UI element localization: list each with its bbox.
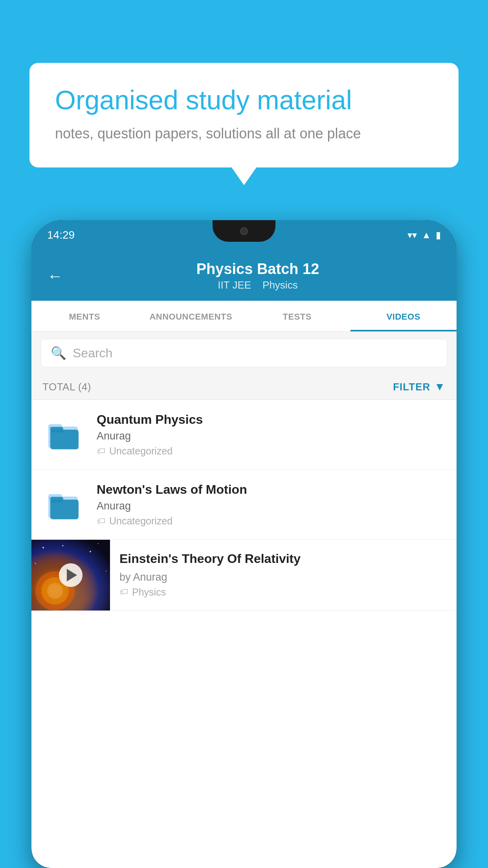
item-info: Einstein's Theory Of Relativity by Anura… (110, 540, 457, 606)
item-thumbnail (42, 483, 86, 526)
svg-point-14 (106, 571, 106, 572)
speech-bubble-card: Organised study material notes, question… (29, 63, 459, 167)
subtitle-physics: Physics (262, 279, 298, 291)
svg-rect-2 (50, 430, 79, 449)
item-tag: 🏷 Physics (119, 587, 447, 598)
app-header: ← Physics Batch 12 IIT JEE Physics (31, 250, 457, 301)
tab-videos[interactable]: VIDEOS (350, 301, 457, 331)
item-author: Anurag (97, 500, 446, 512)
svg-point-10 (62, 545, 64, 546)
item-author: Anurag (97, 430, 446, 442)
item-thumbnail (42, 413, 86, 456)
video-list: Quantum Physics Anurag 🏷 Uncategorized (31, 400, 457, 611)
search-container: 🔍 Search (31, 332, 457, 374)
item-title: Einstein's Theory Of Relativity (119, 551, 447, 567)
total-count: TOTAL (4) (42, 381, 91, 393)
bubble-heading: Organised study material (55, 85, 433, 115)
tag-label: Uncategorized (109, 445, 172, 457)
play-button[interactable] (59, 563, 83, 587)
tab-ments[interactable]: MENTS (31, 301, 138, 331)
svg-point-12 (98, 543, 99, 544)
signal-icon: ▲ (422, 230, 431, 241)
status-icons: ▾▾ ▲ ▮ (407, 230, 441, 241)
list-item[interactable]: Quantum Physics Anurag 🏷 Uncategorized (31, 400, 457, 470)
batch-subtitle: IIT JEE Physics (75, 279, 441, 291)
svg-rect-7 (50, 497, 63, 502)
filter-label: FILTER (393, 381, 430, 393)
item-title: Newton's Laws of Motion (97, 482, 446, 497)
item-tag: 🏷 Uncategorized (97, 515, 446, 527)
svg-point-13 (35, 563, 36, 564)
back-button[interactable]: ← (47, 267, 63, 285)
play-triangle (67, 569, 77, 581)
tag-icon: 🏷 (97, 446, 105, 456)
search-bar[interactable]: 🔍 Search (41, 339, 447, 367)
camera (240, 227, 248, 235)
tag-label: Uncategorized (109, 515, 172, 527)
filter-button[interactable]: FILTER ▼ (393, 381, 446, 393)
item-title: Quantum Physics (97, 412, 446, 427)
filter-bar: TOTAL (4) FILTER ▼ (31, 374, 457, 400)
phone-frame: 14:29 ▾▾ ▲ ▮ ← Physics Batch 12 IIT JEE … (31, 220, 457, 868)
svg-rect-6 (50, 500, 79, 519)
search-icon: 🔍 (51, 346, 66, 360)
item-tag: 🏷 Uncategorized (97, 445, 446, 457)
svg-rect-3 (50, 427, 63, 432)
list-item[interactable]: Newton's Laws of Motion Anurag 🏷 Uncateg… (31, 470, 457, 540)
bubble-subtext: notes, question papers, solutions all at… (55, 124, 433, 143)
svg-point-11 (90, 551, 91, 552)
tag-label: Physics (132, 587, 166, 598)
svg-point-17 (47, 583, 63, 599)
batch-title: Physics Batch 12 (75, 261, 441, 278)
folder-icon (46, 418, 82, 451)
item-author: by Anurag (119, 571, 447, 583)
svg-point-9 (42, 547, 44, 548)
folder-icon (46, 488, 82, 521)
filter-icon: ▼ (434, 381, 446, 393)
wifi-icon: ▾▾ (407, 230, 417, 241)
einstein-thumbnail (31, 540, 110, 611)
subtitle-iit: IIT JEE (218, 279, 251, 291)
speech-bubble-section: Organised study material notes, question… (29, 63, 459, 167)
item-info: Quantum Physics Anurag 🏷 Uncategorized (97, 412, 446, 457)
search-placeholder: Search (73, 346, 112, 360)
list-item[interactable]: Einstein's Theory Of Relativity by Anura… (31, 540, 457, 611)
header-title-area: Physics Batch 12 IIT JEE Physics (75, 261, 441, 291)
tab-tests[interactable]: TESTS (244, 301, 350, 331)
tag-icon: 🏷 (97, 516, 105, 526)
phone-screen: ← Physics Batch 12 IIT JEE Physics MENTS… (31, 250, 457, 868)
tab-bar: MENTS ANNOUNCEMENTS TESTS VIDEOS (31, 301, 457, 332)
tab-announcements[interactable]: ANNOUNCEMENTS (138, 301, 244, 331)
status-time: 14:29 (47, 229, 75, 241)
notch (213, 220, 275, 242)
battery-icon: ▮ (436, 230, 441, 241)
status-bar: 14:29 ▾▾ ▲ ▮ (31, 220, 457, 250)
tag-icon: 🏷 (119, 587, 128, 597)
item-info: Newton's Laws of Motion Anurag 🏷 Uncateg… (97, 482, 446, 527)
